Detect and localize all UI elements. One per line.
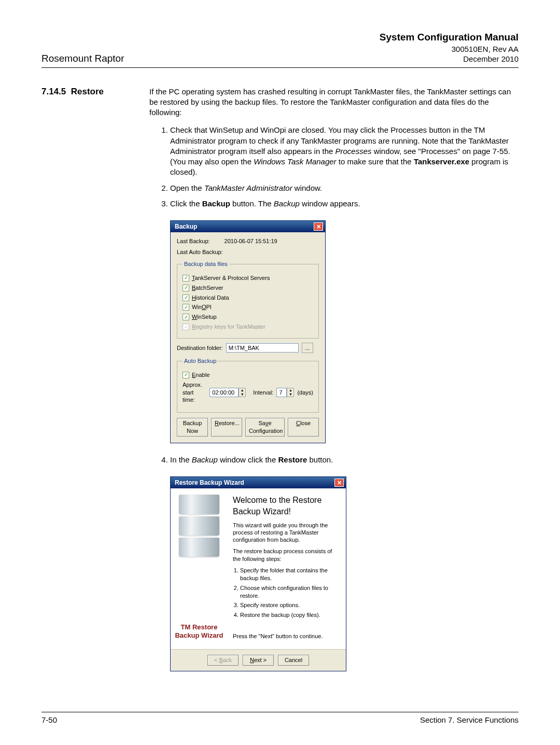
- backup-titlebar[interactable]: Backup ✕: [171, 221, 325, 232]
- backup-files-group: Backup data files ✓TTankServer & Protoco…: [177, 260, 319, 339]
- next-button[interactable]: Next >: [243, 655, 274, 666]
- wizard-content: Welcome to the Restore Backup Wizard! Th…: [228, 488, 346, 649]
- chk-historical[interactable]: ✓Historical Data: [183, 294, 313, 302]
- close-button[interactable]: Close: [288, 418, 319, 437]
- chk-enable[interactable]: ✓Enable: [183, 371, 313, 379]
- page-footer: 7-50 Section 7. Service Functions: [41, 712, 519, 724]
- tank-image-icon: [179, 495, 219, 557]
- steps-list: Check that WinSetup and WinOpi are close…: [149, 125, 519, 209]
- back-button: < Back: [207, 655, 239, 666]
- step-4: In the Backup window click the Restore b…: [170, 455, 519, 465]
- save-config-button[interactable]: Save Configuration: [245, 418, 285, 437]
- backup-now-button[interactable]: Backup Now: [177, 418, 208, 437]
- interval-spinner[interactable]: ▲▼: [287, 388, 294, 397]
- wizard-p2: The restore backup process consists of t…: [233, 547, 339, 563]
- step-1: Check that WinSetup and WinOpi are close…: [170, 125, 519, 177]
- last-auto-backup-label: Last Auto Backup:: [177, 248, 223, 256]
- wizard-titlebar[interactable]: Restore Backup Wizard ✕: [171, 477, 346, 488]
- wizard-steps: Specify the folder that contains the bac…: [233, 567, 339, 619]
- cancel-button[interactable]: Cancel: [278, 655, 309, 666]
- interval-unit: (days): [297, 389, 313, 397]
- wizard-footer: < Back Next > Cancel: [171, 649, 346, 671]
- backup-files-legend: Backup data files: [183, 260, 229, 268]
- wizard-heading: Welcome to the Restore Backup Wizard!: [233, 495, 339, 517]
- backup-dialog: Backup ✕ Last Backup: 2010-06-07 15:51:1…: [170, 220, 326, 443]
- step-2: Open the TankMaster Administrator window…: [170, 183, 519, 193]
- page-number: 7-50: [41, 715, 57, 724]
- wiz-step-3: Specify restore options.: [240, 601, 339, 609]
- wiz-step-4: Restore the backup (copy files).: [240, 611, 339, 619]
- backup-dialog-figure: Backup ✕ Last Backup: 2010-06-07 15:51:1…: [170, 220, 519, 443]
- wiz-step-2: Choose which configuration files to rest…: [240, 584, 339, 600]
- wizard-title-text: Restore Backup Wizard: [175, 479, 244, 487]
- chk-registry: ✓Registry keys for TankMaster: [183, 323, 313, 331]
- close-icon[interactable]: ✕: [314, 222, 323, 231]
- header-product: Rosemount Raptor: [41, 53, 124, 64]
- wizard-sidebar: TM Restore Backup Wizard: [171, 488, 228, 649]
- header-title: System Configuration Manual: [380, 31, 519, 44]
- wizard-p3: Press the "Next" button to continue.: [233, 632, 339, 640]
- dest-input[interactable]: M:\TM_BAK: [226, 343, 299, 353]
- wiz-step-1: Specify the folder that contains the bac…: [240, 567, 339, 582]
- step-3: Click the Backup button. The Backup wind…: [170, 199, 519, 209]
- last-backup-value: 2010-06-07 15:51:19: [225, 237, 277, 245]
- section-heading: 7.14.5 Restore: [41, 87, 149, 683]
- restore-wizard-dialog: Restore Backup Wizard ✕ TM Restore Backu…: [170, 476, 346, 671]
- browse-button[interactable]: ...: [302, 343, 313, 353]
- wizard-left-title: TM Restore Backup Wizard: [174, 623, 225, 640]
- chk-batchserver[interactable]: ✓BatchServer: [183, 284, 313, 292]
- chk-winopi[interactable]: ✓WinOPI: [183, 303, 313, 311]
- close-icon[interactable]: ✕: [334, 479, 344, 487]
- chk-winsetup[interactable]: ✓WinSetup: [183, 313, 313, 321]
- auto-backup-group: Auto Backup ✓Enable Approx. start time: …: [177, 357, 319, 413]
- start-time-spinner[interactable]: ▲▼: [239, 388, 246, 397]
- interval-label: Interval:: [253, 389, 273, 397]
- footer-section: Section 7. Service Functions: [420, 715, 519, 724]
- header-date: December 2010: [380, 54, 519, 64]
- interval-input[interactable]: 7: [276, 388, 287, 397]
- header-right: System Configuration Manual 300510EN, Re…: [380, 31, 519, 64]
- last-backup-label: Last Backup:: [177, 237, 210, 245]
- backup-title-text: Backup: [175, 222, 197, 231]
- intro-paragraph: If the PC operating system has crashed r…: [149, 87, 519, 118]
- steps-list-cont: In the Backup window click the Restore b…: [149, 455, 519, 465]
- start-time-input[interactable]: 02:00:00: [209, 388, 239, 397]
- dest-label: Destination folder:: [177, 344, 223, 352]
- start-time-label: Approx. start time:: [183, 381, 206, 404]
- wizard-p1: This wizard will guide you through the p…: [233, 522, 339, 544]
- chk-tankserver[interactable]: ✓TTankServer & Protocol ServersankServer…: [183, 274, 313, 282]
- auto-backup-legend: Auto Backup: [183, 357, 218, 365]
- page-header: Rosemount Raptor System Configuration Ma…: [41, 31, 519, 68]
- header-docnum: 300510EN, Rev AA: [380, 44, 519, 54]
- restore-wizard-figure: Restore Backup Wizard ✕ TM Restore Backu…: [170, 476, 519, 671]
- restore-button[interactable]: Restore...: [211, 418, 242, 437]
